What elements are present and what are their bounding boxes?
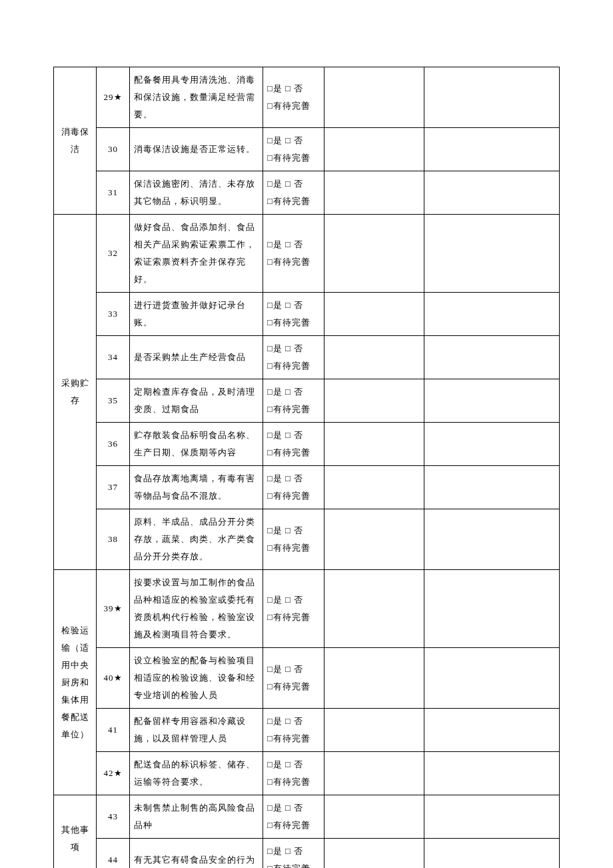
row-number: 41 [97,709,130,752]
category-cell: 其他事项 [54,795,97,869]
row-number: 30 [97,128,130,171]
blank-cell [324,379,424,423]
row-number: 33 [97,293,130,336]
blank-cell [424,709,560,752]
blank-cell [424,423,560,466]
row-options[interactable]: □是 □ 否□有待完善 [263,379,324,423]
blank-cell [424,171,560,215]
row-desc: 食品存放离地离墙，有毒有害等物品与食品不混放。 [130,466,263,509]
blank-cell [424,570,560,648]
table-row: 44 有无其它有碍食品安全的行为 □是 □ 否□有待完善 [54,839,560,869]
blank-cell [324,293,424,336]
category-cell: 检验运输（适用中央厨房和集体用餐配送单位） [54,570,97,795]
row-desc: 有无其它有碍食品安全的行为 [130,839,263,869]
row-options[interactable]: □是 □ 否□有待完善 [263,795,324,839]
table-row: 38 原料、半成品、成品分开分类存放，蔬菜、肉类、水产类食品分开分类存放。 □是… [54,509,560,570]
row-desc: 按要求设置与加工制作的食品品种相适应的检验室或委托有资质机构代行检验，检验室设施… [130,570,263,648]
blank-cell [324,128,424,171]
row-desc: 配送食品的标识标签、储存、运输等符合要求。 [130,752,263,795]
row-number: 39★ [97,570,130,648]
row-number: 36 [97,423,130,466]
blank-cell [424,67,560,128]
table-row: 37 食品存放离地离墙，有毒有害等物品与食品不混放。 □是 □ 否□有待完善 [54,466,560,509]
row-desc: 做好食品、食品添加剂、食品相关产品采购索证索票工作，索证索票资料齐全并保存完好。 [130,215,263,293]
row-options[interactable]: □是 □ 否□有待完善 [263,648,324,709]
blank-cell [424,336,560,379]
row-desc: 保洁设施密闭、清洁、未存放其它物品，标识明显。 [130,171,263,215]
row-desc: 配备留样专用容器和冷藏设施，以及留样管理人员 [130,709,263,752]
row-number: 32 [97,215,130,293]
row-number: 37 [97,466,130,509]
blank-cell [424,795,560,839]
row-number: 42★ [97,752,130,795]
category-cell: 消毒保洁 [54,67,97,215]
row-options[interactable]: □是 □ 否□有待完善 [263,423,324,466]
table-row: 34 是否采购禁止生产经营食品 □是 □ 否□有待完善 [54,336,560,379]
blank-cell [424,215,560,293]
row-number: 40★ [97,648,130,709]
row-desc: 进行进货查验并做好记录台账。 [130,293,263,336]
table-row: 41 配备留样专用容器和冷藏设施，以及留样管理人员 □是 □ 否□有待完善 [54,709,560,752]
row-desc: 配备餐用具专用清洗池、消毒和保洁设施，数量满足经营需要。 [130,67,263,128]
table-row: 其他事项 43 未制售禁止制售的高风险食品品种 □是 □ 否□有待完善 [54,795,560,839]
blank-cell [324,171,424,215]
row-desc: 设立检验室的配备与检验项目相适应的检验设施、设备和经专业培训的检验人员 [130,648,263,709]
blank-cell [424,509,560,570]
table-row: 检验运输（适用中央厨房和集体用餐配送单位） 39★ 按要求设置与加工制作的食品品… [54,570,560,648]
blank-cell [324,67,424,128]
row-number: 34 [97,336,130,379]
row-number: 38 [97,509,130,570]
blank-cell [424,752,560,795]
row-options[interactable]: □是 □ 否□有待完善 [263,752,324,795]
row-number: 35 [97,379,130,423]
blank-cell [324,752,424,795]
row-options[interactable]: □是 □ 否□有待完善 [263,215,324,293]
blank-cell [424,379,560,423]
blank-cell [424,293,560,336]
row-options[interactable]: □是 □ 否□有待完善 [263,509,324,570]
row-options[interactable]: □是 □ 否□有待完善 [263,293,324,336]
blank-cell [324,709,424,752]
row-desc: 定期检查库存食品，及时清理变质、过期食品 [130,379,263,423]
table-row: 31 保洁设施密闭、清洁、未存放其它物品，标识明显。 □是 □ 否□有待完善 [54,171,560,215]
row-options[interactable]: □是 □ 否□有待完善 [263,839,324,869]
row-desc: 原料、半成品、成品分开分类存放，蔬菜、肉类、水产类食品分开分类存放。 [130,509,263,570]
row-options[interactable]: □是 □ 否□有待完善 [263,709,324,752]
blank-cell [324,839,424,869]
blank-cell [324,509,424,570]
row-options[interactable]: □是 □ 否□有待完善 [263,171,324,215]
category-cell: 采购贮存 [54,215,97,570]
blank-cell [424,466,560,509]
row-desc: 贮存散装食品标明食品名称、生产日期、保质期等内容 [130,423,263,466]
table-row: 40★ 设立检验室的配备与检验项目相适应的检验设施、设备和经专业培训的检验人员 … [54,648,560,709]
row-desc: 未制售禁止制售的高风险食品品种 [130,795,263,839]
row-options[interactable]: □是 □ 否□有待完善 [263,128,324,171]
blank-cell [324,423,424,466]
row-number: 43 [97,795,130,839]
table-row: 35 定期检查库存食品，及时清理变质、过期食品 □是 □ 否□有待完善 [54,379,560,423]
table-row: 30 消毒保洁设施是否正常运转。 □是 □ 否□有待完善 [54,128,560,171]
table-row: 采购贮存 32 做好食品、食品添加剂、食品相关产品采购索证索票工作，索证索票资料… [54,215,560,293]
table-row: 消毒保洁 29★ 配备餐用具专用清洗池、消毒和保洁设施，数量满足经营需要。 □是… [54,67,560,128]
table-row: 36 贮存散装食品标明食品名称、生产日期、保质期等内容 □是 □ 否□有待完善 [54,423,560,466]
row-options[interactable]: □是 □ 否□有待完善 [263,466,324,509]
blank-cell [324,648,424,709]
row-desc: 消毒保洁设施是否正常运转。 [130,128,263,171]
blank-cell [324,215,424,293]
blank-cell [324,336,424,379]
row-desc: 是否采购禁止生产经营食品 [130,336,263,379]
blank-cell [324,795,424,839]
row-number: 29★ [97,67,130,128]
blank-cell [424,839,560,869]
blank-cell [424,128,560,171]
row-options[interactable]: □是 □ 否□有待完善 [263,570,324,648]
blank-cell [424,648,560,709]
row-options[interactable]: □是 □ 否□有待完善 [263,67,324,128]
blank-cell [324,466,424,509]
page: 消毒保洁 29★ 配备餐用具专用清洗池、消毒和保洁设施，数量满足经营需要。 □是… [0,0,613,868]
table-row: 33 进行进货查验并做好记录台账。 □是 □ 否□有待完善 [54,293,560,336]
row-number: 31 [97,171,130,215]
row-options[interactable]: □是 □ 否□有待完善 [263,336,324,379]
inspection-table: 消毒保洁 29★ 配备餐用具专用清洗池、消毒和保洁设施，数量满足经营需要。 □是… [53,67,560,868]
table-row: 42★ 配送食品的标识标签、储存、运输等符合要求。 □是 □ 否□有待完善 [54,752,560,795]
